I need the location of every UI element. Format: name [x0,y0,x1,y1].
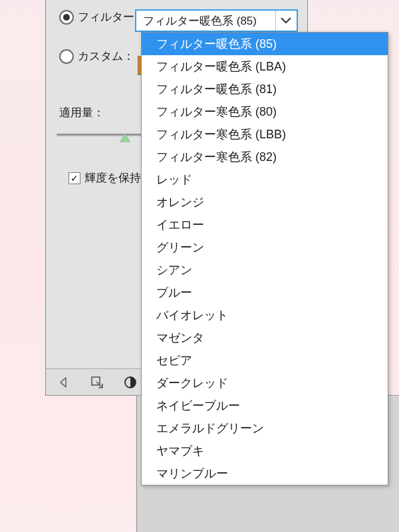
filter-option[interactable]: ヤマブキ [142,440,388,462]
preserve-luminosity-label: 輝度を保持 [84,170,141,186]
filter-dropdown-list[interactable]: フィルター暖色系 (85)フィルター暖色系 (LBA)フィルター暖色系 (81)… [141,32,388,485]
filter-option[interactable]: バイオレット [142,304,388,327]
expand-icon[interactable] [88,374,106,391]
filter-option[interactable]: シアン [142,259,388,281]
filter-option[interactable]: フィルター暖色系 (85) [142,33,388,55]
filter-radio[interactable] [59,10,74,25]
filter-option[interactable]: フィルター暖色系 (LBA) [142,55,388,78]
back-arrow-icon[interactable] [55,374,72,391]
slider-thumb[interactable] [120,133,130,142]
density-label: 適用量： [59,105,104,120]
preserve-luminosity-checkbox[interactable]: ✓ [68,172,80,184]
filter-option[interactable]: ネイビーブルー [142,394,388,417]
filter-option[interactable]: ブルー [142,281,388,304]
filter-dropdown[interactable]: フィルター暖色系 (85) [135,9,298,32]
filter-option[interactable]: ダークレッド [142,372,388,394]
filter-option[interactable]: マゼンタ [142,327,388,349]
filter-option[interactable]: フィルター暖色系 (81) [142,78,388,100]
filter-option[interactable]: オレンジ [142,191,388,213]
preserve-luminosity-row: ✓ 輝度を保持 [68,170,141,186]
filter-option[interactable]: エメラルドグリーン [142,417,388,440]
custom-radio[interactable] [59,49,74,64]
filter-option[interactable]: フィルター寒色系 (80) [142,100,388,123]
filter-option[interactable]: フィルター寒色系 (82) [142,146,388,168]
custom-label: カスタム： [78,49,134,64]
filter-option[interactable]: マリンブルー [142,462,388,485]
density-slider[interactable] [57,132,143,146]
adjustment-mask-icon[interactable] [122,374,139,391]
filter-option[interactable]: セピア [142,349,388,372]
chevron-down-icon[interactable] [275,11,295,31]
filter-option[interactable]: フィルター寒色系 (LBB) [142,123,388,146]
filter-option[interactable]: レッド [142,168,388,191]
filter-option[interactable]: イエロー [142,213,388,236]
filter-option[interactable]: グリーン [142,236,388,259]
filter-dropdown-value: フィルター暖色系 (85) [143,13,275,29]
